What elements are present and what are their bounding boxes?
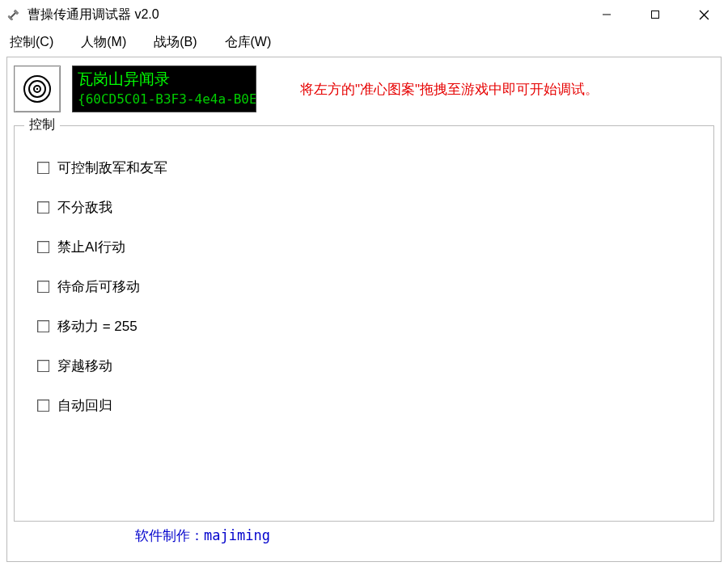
- top-row: 瓦岗山异闻录 {60CD5C01-B3F3-4e4a-B0E9-6D 将左方的"…: [14, 66, 714, 112]
- check-label: 不分敌我: [57, 198, 112, 217]
- titlebar: 曹操传通用调试器 v2.0: [0, 0, 728, 29]
- check-move-after-standby[interactable]: 待命后可移动: [37, 277, 697, 296]
- check-auto-return[interactable]: 自动回归: [37, 396, 697, 415]
- menu-warehouse[interactable]: 仓库(W): [220, 32, 277, 53]
- checkbox-icon: [37, 281, 49, 293]
- check-label: 自动回归: [57, 396, 112, 415]
- footer-credit: 软件制作：majiming: [135, 526, 714, 545]
- game-info-panel: 瓦岗山异闻录 {60CD5C01-B3F3-4e4a-B0E9-6D: [72, 66, 256, 112]
- checkbox-icon: [37, 320, 49, 332]
- checkbox-icon: [37, 241, 49, 253]
- game-guid: {60CD5C01-B3F3-4e4a-B0E9-6D: [78, 89, 251, 110]
- window-title: 曹操传通用调试器 v2.0: [28, 6, 582, 23]
- menu-control[interactable]: 控制(C): [5, 32, 58, 53]
- check-label: 穿越移动: [57, 357, 112, 375]
- groupbox-legend: 控制: [24, 116, 60, 133]
- control-groupbox: 控制 可控制敌军和友军 不分敌我 禁止AI行动 待命后可移动 移动力 = 255: [14, 125, 714, 522]
- checkbox-icon: [37, 162, 49, 174]
- svg-rect-1: [652, 11, 659, 19]
- check-control-enemy-ally[interactable]: 可控制敌军和友军: [37, 158, 697, 177]
- minimize-button[interactable]: [582, 0, 631, 29]
- checkbox-icon: [37, 360, 49, 372]
- check-label: 禁止AI行动: [57, 238, 125, 256]
- checkbox-icon: [37, 201, 49, 213]
- hint-text: 将左方的"准心图案"拖拽至游戏中即可开始调试。: [300, 80, 599, 99]
- maximize-button[interactable]: [631, 0, 679, 29]
- crosshair-drag-target[interactable]: [14, 66, 61, 112]
- check-label: 移动力 = 255: [57, 317, 138, 336]
- checkbox-icon: [37, 399, 49, 412]
- game-name: 瓦岗山异闻录: [78, 68, 251, 89]
- close-button[interactable]: [679, 0, 728, 29]
- check-movement-255[interactable]: 移动力 = 255: [37, 317, 697, 336]
- check-no-faction[interactable]: 不分敌我: [37, 198, 697, 217]
- window-controls: [582, 0, 728, 29]
- svg-point-7: [36, 88, 38, 90]
- checklist: 可控制敌军和友军 不分敌我 禁止AI行动 待命后可移动 移动力 = 255 穿越…: [37, 158, 697, 415]
- check-label: 待命后可移动: [57, 277, 140, 296]
- app-icon: [6, 7, 21, 22]
- menu-battlefield[interactable]: 战场(B): [149, 32, 201, 53]
- check-pass-through[interactable]: 穿越移动: [37, 357, 697, 375]
- menubar: 控制(C) 人物(M) 战场(B) 仓库(W): [0, 29, 728, 55]
- check-disable-ai[interactable]: 禁止AI行动: [37, 238, 697, 256]
- check-label: 可控制敌军和友军: [57, 158, 167, 177]
- crosshair-icon: [21, 73, 53, 105]
- content-panel: 瓦岗山异闻录 {60CD5C01-B3F3-4e4a-B0E9-6D 将左方的"…: [6, 57, 722, 562]
- menu-character[interactable]: 人物(M): [76, 32, 131, 53]
